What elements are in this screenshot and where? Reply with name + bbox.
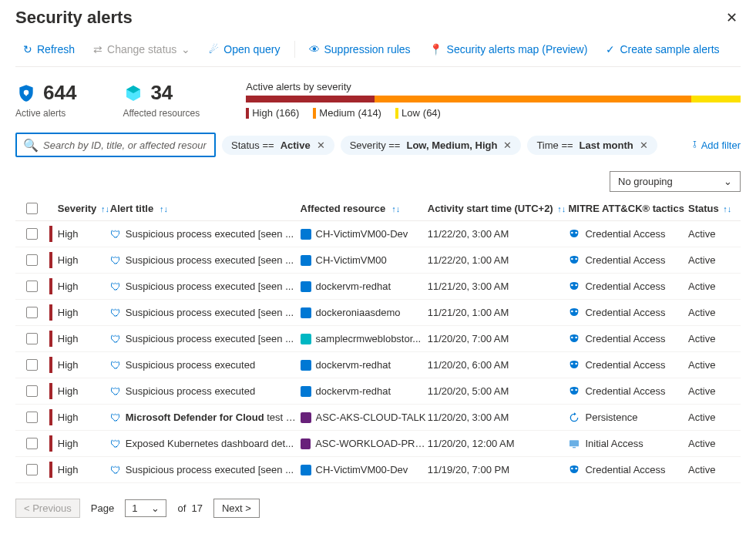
table-row[interactable]: High🛡Suspicious process executeddockervm… <box>15 378 741 405</box>
chip-remove-icon[interactable]: ✕ <box>640 139 648 151</box>
close-button[interactable]: ✕ <box>723 6 741 29</box>
cell-title: Suspicious process executed [seen ... <box>126 254 294 266</box>
table-row[interactable]: High🛡Suspicious process executed [seen .… <box>15 326 741 352</box>
filter-severity-chip[interactable]: Severity == Low, Medium, High✕ <box>341 136 522 155</box>
cell-resource: ASC-WORKLOAD-PRO... <box>315 438 428 449</box>
open-query-button[interactable]: ☄Open query <box>201 40 287 59</box>
legend-high[interactable]: High (166) <box>246 107 299 119</box>
cell-time: 11/20/20, 5:00 AM <box>428 385 569 397</box>
severity-indicator <box>49 462 52 478</box>
filter-status-chip[interactable]: Status == Active✕ <box>222 136 334 155</box>
table-row[interactable]: High🛡Suspicious process executed [seen .… <box>15 274 741 300</box>
resource-icon <box>301 255 311 266</box>
prev-page-button[interactable]: < Previous <box>15 499 80 518</box>
row-checkbox[interactable] <box>26 228 38 240</box>
svg-point-18 <box>571 467 573 469</box>
resource-icon <box>301 360 311 371</box>
table-row[interactable]: High🛡Exposed Kubernetes dashboard det...… <box>15 431 741 457</box>
refresh-button[interactable]: ↻Refresh <box>15 40 82 59</box>
row-checkbox[interactable] <box>26 438 38 449</box>
svg-rect-1 <box>25 91 27 95</box>
severity-indicator <box>49 252 52 268</box>
cell-severity: High <box>49 412 110 423</box>
table-row[interactable]: High🛡Suspicious process executeddockervm… <box>15 352 741 378</box>
cell-tactic: Credential Access <box>585 307 665 318</box>
col-time[interactable]: Activity start time (UTC+2) ↑↓ <box>428 203 569 214</box>
cell-title: Suspicious process executed [seen ... <box>126 464 294 475</box>
cell-resource: ASC-AKS-CLOUD-TALK <box>316 412 426 423</box>
chip-remove-icon[interactable]: ✕ <box>317 139 325 151</box>
tactic-icon <box>568 385 580 398</box>
cell-tactic: Credential Access <box>585 464 665 475</box>
next-page-button[interactable]: Next > <box>213 499 260 518</box>
row-checkbox[interactable] <box>26 359 38 371</box>
swap-icon: ⇄ <box>93 43 102 55</box>
chip-remove-icon[interactable]: ✕ <box>503 139 512 151</box>
row-checkbox[interactable] <box>26 254 38 266</box>
cell-severity: High <box>49 333 110 344</box>
create-sample-button[interactable]: ✓Create sample alerts <box>598 40 727 59</box>
col-resource[interactable]: Affected resource ↑↓ <box>301 203 428 214</box>
row-checkbox[interactable] <box>26 464 38 475</box>
col-severity[interactable]: Severity ↑↓ <box>49 203 110 214</box>
col-tactics[interactable]: MITRE ATT&CK® tactics <box>568 203 687 214</box>
page-title: Security alerts <box>15 8 133 28</box>
cell-severity: High <box>49 438 110 449</box>
severity-indicator <box>49 435 52 452</box>
cell-title: Microsoft Defender for Cloud test alert … <box>126 412 301 423</box>
severity-indicator <box>49 226 52 242</box>
table-row[interactable]: High🛡Suspicious process executed [seen .… <box>15 221 741 247</box>
severity-indicator <box>49 357 52 373</box>
row-checkbox[interactable] <box>26 412 38 423</box>
search-icon: 🔍 <box>23 138 39 153</box>
row-checkbox[interactable] <box>26 385 38 397</box>
resource-icon <box>301 307 311 318</box>
row-checkbox[interactable] <box>26 281 38 292</box>
resource-icon <box>301 229 311 240</box>
page-select[interactable]: 1⌄ <box>125 499 166 517</box>
svg-point-14 <box>571 388 573 391</box>
change-status-button[interactable]: ⇄Change status ⌄ <box>86 40 198 59</box>
col-title[interactable]: Alert title ↑↓ <box>110 203 301 214</box>
resource-icon <box>301 334 311 344</box>
cell-severity: High <box>49 307 110 318</box>
select-all-checkbox[interactable] <box>26 203 38 214</box>
cell-title: Suspicious process executed <box>126 359 255 371</box>
legend-medium[interactable]: Medium (414) <box>313 107 381 119</box>
alert-shield-icon: 🛡 <box>110 333 121 345</box>
svg-point-2 <box>571 231 573 234</box>
cell-title: Exposed Kubernetes dashboard det... <box>126 438 294 449</box>
svg-rect-17 <box>573 447 576 448</box>
alert-shield-icon: 🛡 <box>110 228 121 240</box>
row-checkbox[interactable] <box>26 307 38 318</box>
search-input[interactable] <box>42 139 208 152</box>
refresh-icon: ↻ <box>23 43 32 55</box>
svg-point-15 <box>576 388 578 391</box>
suppression-rules-button[interactable]: 👁Suppression rules <box>301 40 418 59</box>
cell-severity: High <box>49 359 110 371</box>
table-row[interactable]: High🛡Microsoft Defender for Cloud test a… <box>15 405 741 431</box>
chevron-down-icon: ⌄ <box>724 176 732 187</box>
cell-time: 11/20/20, 3:00 AM <box>428 412 569 423</box>
alert-shield-icon: 🛡 <box>110 438 121 450</box>
legend-low[interactable]: Low (64) <box>395 107 441 119</box>
svg-point-5 <box>576 257 578 260</box>
alerts-map-button[interactable]: 📍Security alerts map (Preview) <box>422 40 596 59</box>
add-filter-button[interactable]: ⫱Add filter <box>693 139 741 151</box>
row-checkbox[interactable] <box>26 333 38 344</box>
table-row[interactable]: High🛡Suspicious process executed [seen .… <box>15 457 741 483</box>
grouping-select[interactable]: No grouping ⌄ <box>610 171 741 192</box>
search-input-wrapper[interactable]: 🔍 <box>15 133 216 157</box>
alert-shield-icon: 🛡 <box>110 359 121 371</box>
cell-status: Active <box>688 307 741 318</box>
cell-resource: CH-VictimVM00 <box>316 254 387 266</box>
cell-title: Suspicious process executed [seen ... <box>126 307 294 318</box>
col-status[interactable]: Status ↑↓ <box>688 203 741 214</box>
cell-status: Active <box>688 412 741 423</box>
svg-point-7 <box>576 284 578 286</box>
table-row[interactable]: High🛡Suspicious process executed [seen .… <box>15 300 741 326</box>
cell-status: Active <box>688 281 741 292</box>
table-row[interactable]: High🛡Suspicious process executed [seen .… <box>15 247 741 274</box>
filter-time-chip[interactable]: Time == Last month✕ <box>527 136 657 155</box>
svg-point-12 <box>571 362 573 365</box>
